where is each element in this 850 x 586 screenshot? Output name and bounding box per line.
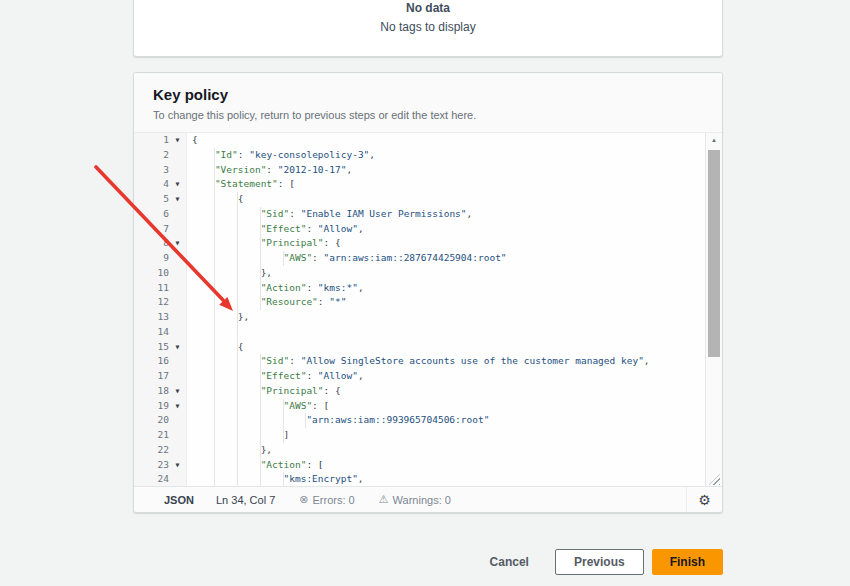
gutter-cell: 12 — [134, 295, 187, 310]
line-number: 13 — [134, 310, 169, 325]
gutter-cell: 18▼ — [134, 384, 187, 399]
fold-icon[interactable]: ▼ — [169, 133, 186, 148]
scroll-up-icon[interactable]: ▲ — [706, 137, 722, 143]
gear-icon: ⚙ — [698, 492, 711, 508]
line-number: 1 — [134, 133, 169, 148]
gutter-cell: 17 — [134, 369, 187, 384]
line-number: 9 — [134, 251, 169, 266]
no-data-text: No data — [134, 1, 722, 15]
tags-card: No data No tags to display — [133, 0, 723, 57]
errors-status: ⊗ Errors: 0 — [299, 493, 354, 506]
fold-icon[interactable]: ▼ — [169, 458, 186, 473]
cancel-button[interactable]: Cancel — [480, 549, 539, 575]
gutter-cell: 5▼ — [134, 192, 187, 207]
error-icon: ⊗ — [299, 493, 308, 506]
fold-spacer — [169, 369, 186, 384]
line-number: 11 — [134, 281, 169, 296]
gutter-cell: 6 — [134, 207, 187, 222]
line-number: 15 — [134, 340, 169, 355]
line-number: 2 — [134, 148, 169, 163]
gutter-cell: 13 — [134, 310, 187, 325]
line-number: 3 — [134, 163, 169, 178]
policy-json-editor: 1▼{2"Id": "key-consolepolicy-3",3"Versio… — [134, 133, 722, 488]
gutter-cell: 16 — [134, 354, 187, 369]
warnings-count-label: Warnings: 0 — [393, 494, 451, 506]
line-number: 20 — [134, 413, 169, 428]
editor-settings-button[interactable]: ⚙ — [686, 487, 722, 512]
gutter-cell: 19▼ — [134, 399, 187, 414]
gutter-cell: 20 — [134, 413, 187, 428]
gutter-cell: 9 — [134, 251, 187, 266]
fold-spacer — [169, 295, 186, 310]
finish-button[interactable]: Finish — [652, 549, 723, 575]
line-number: 23 — [134, 458, 169, 473]
gutter-cell: 24 — [134, 472, 187, 487]
key-policy-card: Key policy To change this policy, return… — [133, 72, 723, 513]
fold-spacer — [169, 266, 186, 281]
scrollbar-thumb[interactable] — [708, 150, 720, 357]
line-number: 19 — [134, 399, 169, 414]
line-number: 24 — [134, 472, 169, 487]
key-policy-subtitle: To change this policy, return to previou… — [153, 109, 703, 121]
no-tags-text: No tags to display — [134, 20, 722, 34]
editor-language-label: JSON — [164, 494, 194, 506]
gutter-cell: 10 — [134, 266, 187, 281]
gutter-cell: 3 — [134, 163, 187, 178]
gutter-cell: 11 — [134, 281, 187, 296]
line-number: 21 — [134, 428, 169, 443]
fold-icon[interactable]: ▼ — [169, 340, 186, 355]
fold-spacer — [169, 222, 186, 237]
line-number: 14 — [134, 325, 169, 340]
line-number: 17 — [134, 369, 169, 384]
fold-icon[interactable]: ▼ — [169, 192, 186, 207]
line-number: 4 — [134, 177, 169, 192]
gutter-cell: 22 — [134, 443, 187, 458]
fold-spacer — [169, 413, 186, 428]
fold-spacer — [169, 207, 186, 222]
fold-spacer — [169, 325, 186, 340]
fold-spacer — [169, 163, 186, 178]
fold-icon[interactable]: ▼ — [169, 399, 186, 414]
fold-icon[interactable]: ▼ — [169, 384, 186, 399]
gutter-cell: 14 — [134, 325, 187, 340]
fold-spacer — [169, 472, 186, 487]
fold-icon[interactable]: ▼ — [169, 177, 186, 192]
policy-editor-textarea[interactable] — [188, 133, 706, 488]
gutter-cell: 23▼ — [134, 458, 187, 473]
fold-spacer — [169, 310, 186, 325]
cursor-position-label: Ln 34, Col 7 — [216, 494, 275, 506]
line-number: 10 — [134, 266, 169, 281]
fold-spacer — [169, 443, 186, 458]
gutter-cell: 15▼ — [134, 340, 187, 355]
warnings-status: ⚠ Warnings: 0 — [379, 493, 451, 506]
fold-spacer — [169, 251, 186, 266]
line-number: 16 — [134, 354, 169, 369]
gutter-cell: 8▼ — [134, 236, 187, 251]
gutter-cell: 1▼ — [134, 133, 187, 148]
line-number: 5 — [134, 192, 169, 207]
fold-spacer — [169, 428, 186, 443]
wizard-footer: Cancel Previous Finish — [133, 548, 723, 575]
key-policy-header: Key policy To change this policy, return… — [134, 73, 722, 133]
gutter-cell: 2 — [134, 148, 187, 163]
line-number: 8 — [134, 236, 169, 251]
line-number: 6 — [134, 207, 169, 222]
line-number: 7 — [134, 222, 169, 237]
previous-button[interactable]: Previous — [555, 549, 644, 575]
errors-count-label: Errors: 0 — [313, 494, 355, 506]
gutter-cell: 21 — [134, 428, 187, 443]
fold-spacer — [169, 148, 186, 163]
editor-statusbar: JSON Ln 34, Col 7 ⊗ Errors: 0 ⚠ Warnings… — [134, 486, 722, 512]
line-number: 18 — [134, 384, 169, 399]
editor-scrollbar[interactable]: ▲ — [705, 133, 722, 488]
fold-spacer — [169, 354, 186, 369]
line-number: 22 — [134, 443, 169, 458]
page-title: Key policy — [153, 86, 703, 103]
gutter-cell: 4▼ — [134, 177, 187, 192]
gutter-cell: 7 — [134, 222, 187, 237]
fold-spacer — [169, 281, 186, 296]
line-number: 12 — [134, 295, 169, 310]
fold-icon[interactable]: ▼ — [169, 236, 186, 251]
warning-icon: ⚠ — [379, 493, 389, 506]
